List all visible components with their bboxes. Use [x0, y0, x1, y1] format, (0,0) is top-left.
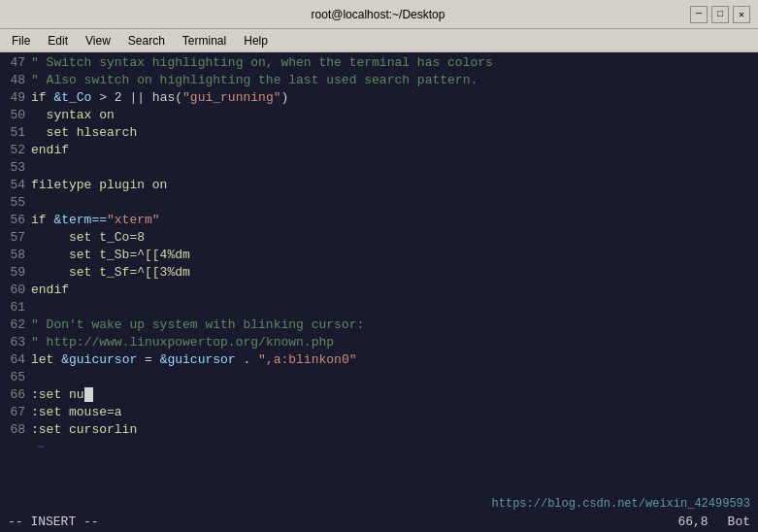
line-content: " Switch syntax highlighting on, when th… [31, 54, 493, 72]
line-content: endif [31, 282, 69, 299]
line-content: syntax on [31, 107, 115, 124]
line-content: set t_Co=8 [31, 229, 145, 247]
table-row: 68:set cursorlin [0, 421, 758, 439]
line-number: 48 [0, 72, 31, 89]
code-editor: 47" Switch syntax highlighting on, when … [0, 54, 758, 439]
tilde-line: ~ [0, 439, 758, 456]
code-token: if [31, 213, 53, 227]
table-row: 62" Don't wake up system with blinking c… [0, 316, 758, 334]
code-token: set t_Co=8 [31, 230, 145, 245]
line-number: 55 [0, 194, 31, 212]
code-token: = [137, 352, 159, 367]
table-row: 55 [0, 194, 758, 212]
line-number: 60 [0, 282, 31, 299]
line-content: set hlsearch [31, 124, 137, 142]
cursor-position: 66,8 [677, 515, 708, 529]
menu-item-edit[interactable]: Edit [40, 32, 76, 50]
code-token: :set cursorlin [31, 422, 137, 437]
code-token: ) [280, 90, 288, 105]
line-content: :set mouse=a [31, 404, 122, 421]
code-token: &term== [53, 213, 107, 227]
table-row: 59 set t_Sf=^[[3%dm [0, 264, 758, 282]
code-token: ",a:blinkon0" [258, 352, 356, 367]
table-row: 49if &t_Co > 2 || has("gui_running") [0, 89, 758, 107]
line-number: 50 [0, 107, 31, 124]
menu-item-search[interactable]: Search [120, 32, 173, 50]
line-number: 63 [0, 334, 31, 351]
text-cursor [84, 387, 93, 402]
table-row: 61 [0, 299, 758, 316]
line-content: set t_Sf=^[[3%dm [31, 264, 190, 282]
status-bar: -- INSERT -- 66,8 Bot [0, 511, 758, 532]
table-row: 60endif [0, 282, 758, 299]
code-token: syntax on [31, 108, 115, 122]
line-number: 58 [0, 247, 31, 264]
url-bar: https://blog.csdn.net/weixin_42499593 [492, 497, 758, 511]
maximize-button[interactable]: □ [711, 6, 729, 23]
menu-item-view[interactable]: View [78, 32, 118, 50]
code-token: filetype plugin on [31, 178, 167, 192]
table-row: 58 set t_Sb=^[[4%dm [0, 247, 758, 264]
table-row: 47" Switch syntax highlighting on, when … [0, 54, 758, 72]
code-token: endif [31, 143, 69, 157]
titlebar: root@localhost:~/Desktop ─ □ ✕ [0, 0, 758, 29]
code-token: > 2 || [91, 90, 151, 105]
minimize-button[interactable]: ─ [690, 6, 708, 23]
table-row: 48" Also switch on highlighting the last… [0, 72, 758, 89]
table-row: 65 [0, 369, 758, 386]
table-row: 57 set t_Co=8 [0, 229, 758, 247]
code-token: "xterm" [107, 213, 160, 227]
line-number: 52 [0, 142, 31, 159]
menu-item-help[interactable]: Help [236, 32, 276, 50]
code-token: set t_Sf=^[[3%dm [31, 265, 190, 280]
statusbar-right: 66,8 Bot [677, 515, 750, 529]
line-number: 49 [0, 89, 31, 107]
code-token: " http://www.linuxpowertop.org/known.php [31, 335, 334, 349]
line-content: " Don't wake up system with blinking cur… [31, 316, 364, 334]
scroll-position: Bot [728, 515, 750, 529]
line-content: let &guicursor = &guicursor . ",a:blinko… [31, 351, 356, 369]
code-token: :set nu [31, 387, 84, 402]
line-number: 62 [0, 316, 31, 334]
line-number: 59 [0, 264, 31, 282]
insert-mode: -- INSERT -- [8, 515, 99, 529]
menu-item-terminal[interactable]: Terminal [175, 32, 234, 50]
line-content: :set nu [31, 386, 93, 404]
close-button[interactable]: ✕ [733, 6, 750, 23]
menubar: FileEditViewSearchTerminalHelp [0, 29, 758, 52]
line-number: 61 [0, 299, 31, 316]
line-content: set t_Sb=^[[4%dm [31, 247, 190, 264]
line-number: 67 [0, 404, 31, 421]
code-token: " Don't wake up system with blinking cur… [31, 317, 364, 332]
table-row: 52endif [0, 142, 758, 159]
window-title: root@localhost:~/Desktop [66, 8, 690, 21]
code-token: let [31, 352, 61, 367]
line-number: 47 [0, 54, 31, 72]
line-number: 68 [0, 421, 31, 439]
line-number: 65 [0, 369, 31, 386]
code-token: endif [31, 283, 69, 297]
table-row: 64let &guicursor = &guicursor . ",a:blin… [0, 351, 758, 369]
code-token: &guicursor [61, 352, 137, 367]
table-row: 51 set hlsearch [0, 124, 758, 142]
line-content: " http://www.linuxpowertop.org/known.php [31, 334, 334, 351]
line-number: 57 [0, 229, 31, 247]
menu-item-file[interactable]: File [4, 32, 38, 50]
line-content: filetype plugin on [31, 177, 167, 194]
line-content: if &term=="xterm" [31, 212, 160, 229]
table-row: 63" http://www.linuxpowertop.org/known.p… [0, 334, 758, 351]
window-controls: ─ □ ✕ [690, 6, 750, 23]
table-row: 67:set mouse=a [0, 404, 758, 421]
table-row: 53 [0, 159, 758, 177]
table-row: 66:set nu [0, 386, 758, 404]
code-token: set hlsearch [31, 125, 137, 140]
code-token: set t_Sb=^[[4%dm [31, 248, 190, 262]
line-content: :set cursorlin [31, 421, 137, 439]
terminal[interactable]: 47" Switch syntax highlighting on, when … [0, 52, 758, 532]
code-token: " Also switch on highlighting the last u… [31, 73, 478, 87]
table-row: 50 syntax on [0, 107, 758, 124]
code-token: "gui_running" [182, 90, 280, 105]
code-token: &guicursor [160, 352, 236, 367]
line-number: 64 [0, 351, 31, 369]
code-token: if [31, 90, 53, 105]
